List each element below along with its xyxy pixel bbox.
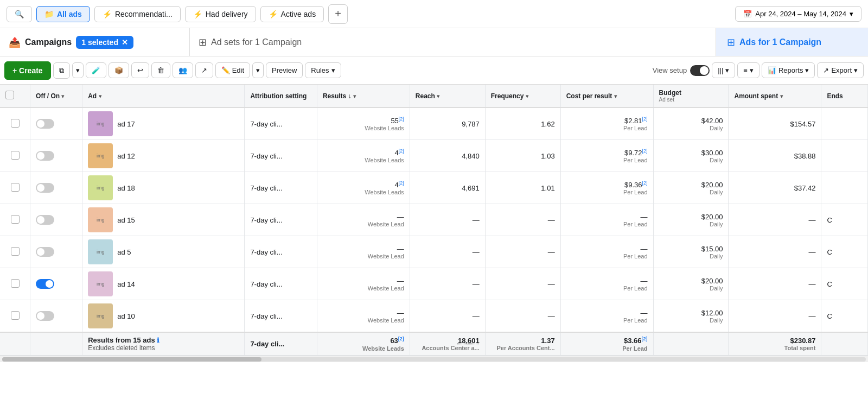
group-button[interactable]: 👥 <box>173 62 193 78</box>
row-checkbox[interactable] <box>11 183 20 192</box>
selected-count: 1 selected <box>81 38 118 47</box>
ad-filter-button[interactable]: ▾ <box>99 93 102 100</box>
lightning-icon: ⚡ <box>103 10 112 18</box>
had-delivery-label: Had delivery <box>206 10 248 18</box>
frequency-filter-button[interactable]: ▾ <box>526 93 529 100</box>
rules-button[interactable]: Rules ▾ <box>305 62 341 78</box>
duplicate-button[interactable]: ⧉ <box>53 62 70 79</box>
calendar-icon: 📅 <box>743 10 752 18</box>
row-checkbox[interactable] <box>11 279 20 288</box>
reports-button[interactable]: 📊 Reports ▾ <box>762 62 815 78</box>
share-button[interactable]: ↗ <box>195 62 213 78</box>
row-checkbox[interactable] <box>11 119 20 128</box>
columns-icon: ||| <box>718 66 723 74</box>
active-ads-button[interactable]: ⚡ Active ads <box>260 6 324 22</box>
delete-button[interactable]: 🗑 <box>151 62 170 78</box>
amountspent-cell: — <box>729 236 821 268</box>
row-toggle[interactable] <box>36 311 54 321</box>
attribution-cell: 7-day cli... <box>245 236 317 268</box>
reach-cell: 4,691 <box>410 172 485 204</box>
date-range-button[interactable]: 📅 Apr 24, 2024 – May 14, 2024 ▾ <box>735 6 861 22</box>
row-toggle[interactable] <box>36 183 54 193</box>
export-label: Export <box>831 66 852 74</box>
row-checkbox[interactable] <box>11 311 20 320</box>
view-setup-toggle[interactable] <box>690 65 710 76</box>
caret-down-icon: ▾ <box>76 66 80 74</box>
folder-icon: 📁 <box>44 10 54 18</box>
create-button[interactable]: + Create <box>4 61 51 80</box>
row-checkbox[interactable] <box>11 247 20 256</box>
ad-name-cell: img ad 17 <box>82 107 245 140</box>
costperresult-filter-button[interactable]: ▾ <box>614 93 617 100</box>
offon-filter-button[interactable]: ▾ <box>61 93 65 100</box>
duplicate-caret-button[interactable]: ▾ <box>72 62 84 78</box>
columns-button[interactable]: ||| ▾ <box>712 62 735 78</box>
scrollbar-thumb <box>2 357 261 362</box>
scrollbar[interactable] <box>0 356 868 362</box>
add-filter-button[interactable]: + <box>328 4 348 24</box>
row-toggle[interactable] <box>36 279 54 289</box>
summary-results: 63[2] Website Leads <box>317 332 410 356</box>
preview-button[interactable]: Preview <box>266 62 303 78</box>
breakdown-caret-icon: ▾ <box>750 66 754 74</box>
archive-button[interactable]: 📦 <box>108 62 129 78</box>
clear-selection-button[interactable]: ✕ <box>122 38 128 47</box>
results-filter-button[interactable]: ▾ <box>353 93 356 100</box>
row-toggle[interactable] <box>36 119 54 129</box>
export-icon: ↗ <box>823 66 829 74</box>
toggle-cell <box>30 268 82 300</box>
row-checkbox-cell <box>0 300 30 333</box>
create-label: + Create <box>12 66 43 75</box>
frequency-cell: — <box>485 268 560 300</box>
row-checkbox[interactable] <box>11 215 20 224</box>
breakdown-button[interactable]: ≡ ▾ <box>737 62 760 78</box>
budget-cell: $20.00 Daily <box>653 172 729 204</box>
results-cell: 55[2] Website Leads <box>317 107 410 140</box>
results-cell: — Website Lead <box>317 300 410 333</box>
amountspent-cell: — <box>729 204 821 236</box>
had-delivery-button[interactable]: ⚡ Had delivery <box>185 6 256 22</box>
ad-thumbnail: img <box>88 175 113 200</box>
select-all-checkbox[interactable] <box>5 91 14 99</box>
all-ads-button[interactable]: 📁 All ads <box>36 6 90 22</box>
undo-button[interactable]: ↩ <box>131 62 149 78</box>
recommendations-button[interactable]: ⚡ Recommendati... <box>94 6 181 22</box>
edit-caret-button[interactable]: ▾ <box>252 62 264 78</box>
reach-filter-button[interactable]: ▾ <box>437 93 440 100</box>
ad-name: ad 12 <box>117 152 135 160</box>
search-button[interactable]: 🔍 <box>7 6 32 22</box>
selected-badge[interactable]: 1 selected ✕ <box>76 36 133 49</box>
frequency-cell: 1.62 <box>485 107 560 140</box>
ad-name-cell: img ad 18 <box>82 172 245 204</box>
attribution-cell: 7-day cli... <box>245 140 317 172</box>
row-checkbox-cell <box>0 107 30 140</box>
table-row: img ad 17 7-day cli... 55[2] Website Lea… <box>0 107 868 140</box>
toggle-cell <box>30 172 82 204</box>
ad-thumbnail: img <box>88 239 113 264</box>
row-checkbox-cell <box>0 172 30 204</box>
row-toggle[interactable] <box>36 151 54 161</box>
reach-header: Reach ▾ <box>410 85 485 107</box>
budget-cell: $20.00 Daily <box>653 268 729 300</box>
row-toggle[interactable] <box>36 247 54 257</box>
amountspent-filter-button[interactable]: ▾ <box>780 93 783 100</box>
ads-panel: ⊞ Ads for 1 Campaign <box>716 28 868 56</box>
plus-icon: + <box>335 8 341 20</box>
test-button[interactable]: 🧪 <box>86 62 106 78</box>
ends-cell: C <box>821 236 868 268</box>
export-caret-icon: ▾ <box>854 66 858 74</box>
ad-header: Ad ▾ <box>82 85 245 107</box>
row-toggle[interactable] <box>36 215 54 225</box>
export-button[interactable]: ↗ Export ▾ <box>817 62 864 78</box>
budget-cell: $30.00 Daily <box>653 140 729 172</box>
costperresult-cell: $9.72[2] Per Lead <box>560 140 653 172</box>
row-checkbox[interactable] <box>11 151 20 160</box>
ad-name: ad 5 <box>117 248 131 256</box>
preview-label: Preview <box>272 66 297 74</box>
edit-button[interactable]: ✏️ Edit <box>215 62 250 78</box>
frequency-cell: — <box>485 300 560 333</box>
duplicate-icon: ⧉ <box>59 66 64 75</box>
ad-name-cell: img ad 14 <box>82 268 245 300</box>
summary-attribution: 7-day cli... <box>245 332 317 356</box>
budget-label: Budget <box>659 89 681 97</box>
